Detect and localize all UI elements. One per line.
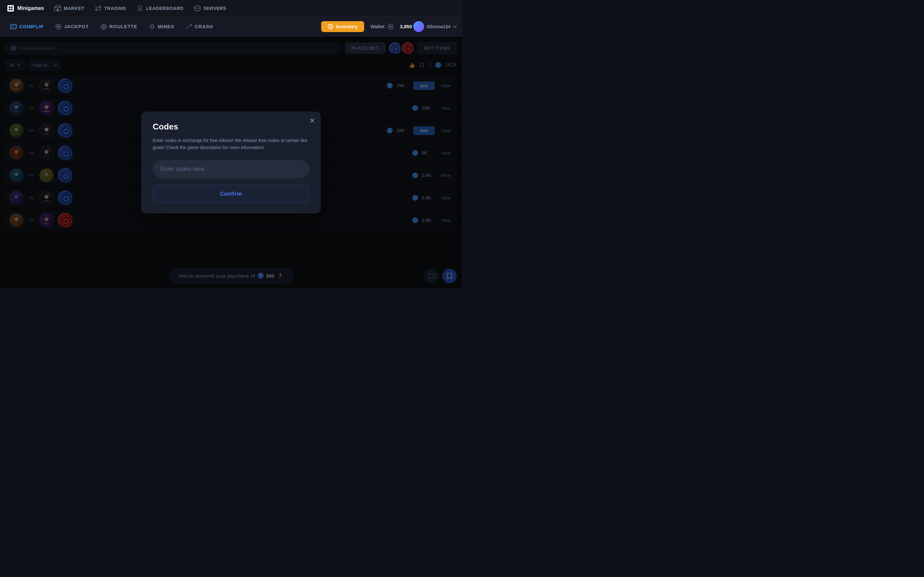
roulette-label: ROULETTE	[110, 24, 137, 29]
svg-point-7	[138, 6, 142, 9]
svg-point-8	[194, 6, 200, 8]
jackpot-label: JACKPOT	[64, 24, 89, 29]
roulette-icon	[100, 23, 107, 30]
coinflip-icon	[10, 23, 17, 30]
main-content: PLACE BET BET ITEMS All High to...	[0, 37, 462, 288]
leaderboard-icon	[136, 5, 144, 12]
game-nav: COINFLIP JACKPOT ROULETTE	[0, 17, 462, 37]
balance-amount: 3,850	[400, 24, 412, 29]
mines-label: MINES	[158, 24, 174, 29]
logo[interactable]: Minigames	[6, 4, 44, 13]
svg-rect-1	[9, 6, 10, 8]
nav-market-label: MARKET	[64, 6, 84, 11]
svg-rect-0	[7, 5, 14, 11]
nav-market[interactable]: MARKET	[54, 5, 84, 11]
game-jackpot[interactable]: JACKPOT	[50, 21, 94, 32]
crash-icon	[186, 23, 192, 30]
confirm-button[interactable]: Confirm	[153, 185, 309, 203]
svg-point-30	[389, 26, 391, 27]
crash-label: CRASH	[195, 24, 213, 29]
top-nav: Minigames MARKET TRADING LEADERBOARD SE	[0, 0, 462, 17]
logo-text: Minigames	[17, 5, 44, 11]
nav-servers[interactable]: SERVERS	[194, 5, 226, 11]
game-coinflip[interactable]: COINFLIP	[5, 21, 49, 32]
game-mines[interactable]: MINES	[144, 21, 179, 32]
market-icon	[54, 5, 61, 11]
nav-leaderboard-label: LEADERBOARD	[146, 6, 184, 11]
jackpot-icon	[55, 23, 61, 30]
codes-input[interactable]	[153, 160, 309, 178]
modal-close-button[interactable]: ✕	[309, 117, 315, 124]
modal-description: Enter codes in exchange for free tokens!…	[153, 137, 309, 151]
codes-modal: ✕ Codes Enter codes in exchange for free…	[141, 111, 321, 214]
game-roulette[interactable]: ROULETTE	[95, 21, 142, 32]
nav-trading-label: TRADING	[104, 6, 126, 11]
inventory-label: Inventory	[336, 24, 358, 29]
modal-title: Codes	[153, 122, 309, 132]
nav-trading[interactable]: TRADING	[95, 5, 126, 11]
svg-rect-4	[11, 9, 13, 10]
svg-rect-6	[57, 9, 59, 11]
svg-rect-3	[9, 9, 10, 10]
nav-leaderboard[interactable]: LEADERBOARD	[136, 5, 184, 12]
game-crash[interactable]: CRASH	[181, 21, 218, 32]
chevron-down-icon	[453, 25, 457, 28]
svg-rect-2	[11, 6, 13, 8]
balance-display: 3,850	[400, 24, 412, 29]
wallet-button[interactable]: Wallet	[365, 21, 399, 32]
svg-rect-9	[11, 24, 16, 29]
wallet-icon	[387, 23, 394, 30]
servers-icon	[194, 5, 201, 11]
inventory-button[interactable]: Inventory	[321, 21, 364, 32]
username: IShoma134	[427, 24, 451, 29]
nav-servers-label: SERVERS	[204, 6, 226, 11]
inventory-icon	[328, 24, 333, 29]
user-avatar	[413, 21, 424, 32]
mines-icon	[149, 23, 155, 30]
coinflip-label: COINFLIP	[19, 24, 44, 29]
svg-point-14	[103, 26, 105, 27]
roblox-icon	[6, 4, 15, 13]
modal-overlay[interactable]: ✕ Codes Enter codes in exchange for free…	[0, 37, 462, 288]
trading-icon	[95, 5, 102, 11]
user-info[interactable]: IShoma134	[413, 21, 457, 32]
wallet-label: Wallet	[371, 24, 384, 29]
